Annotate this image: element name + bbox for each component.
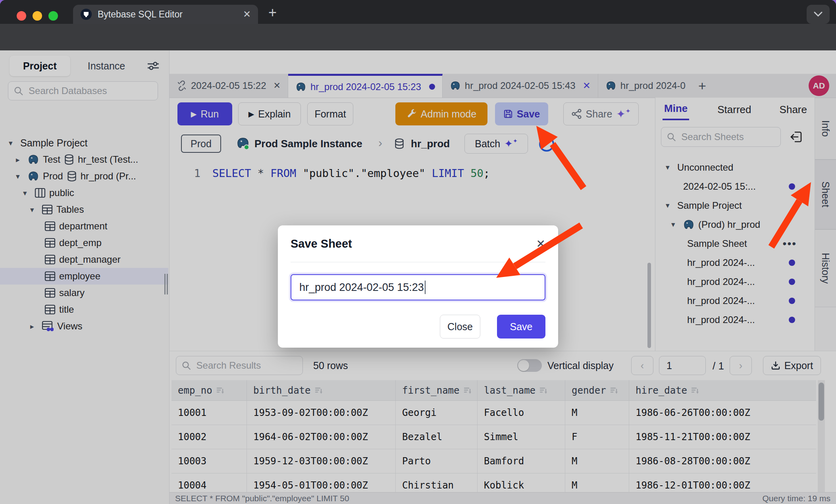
text-caret — [425, 281, 426, 294]
traffic-close-button[interactable] — [17, 11, 26, 21]
dialog-close-button[interactable]: Close — [440, 315, 480, 339]
browser-tab-strip: Bytebase SQL Editor ✕ + — [0, 0, 836, 24]
traffic-minimize-button[interactable] — [33, 11, 42, 21]
dialog-title: Save Sheet — [291, 237, 352, 250]
browser-toolbar: ← → localhost:8080/sql-editor/prod-sampl… — [0, 24, 836, 50]
new-tab-button[interactable]: + — [268, 6, 277, 20]
chevron-down-icon — [814, 12, 823, 17]
tab-search-button[interactable] — [807, 5, 830, 24]
dialog-divider — [291, 262, 545, 262]
tab-close-icon[interactable]: ✕ — [243, 9, 251, 20]
screenshot-root: Bytebase SQL Editor ✕ + ← → localhost:80… — [0, 0, 836, 504]
traffic-zoom-button[interactable] — [48, 11, 58, 21]
browser-tab[interactable]: Bytebase SQL Editor ✕ — [73, 5, 258, 24]
dialog-close-icon[interactable]: ✕ — [536, 237, 545, 250]
sheet-name-value: hr_prod 2024-02-05 15:23 — [299, 281, 424, 294]
browser-window: Bytebase SQL Editor ✕ + ← → localhost:80… — [0, 0, 836, 504]
browser-tab-title: Bytebase SQL Editor — [98, 9, 237, 20]
save-sheet-dialog: Save Sheet ✕ hr_prod 2024-02-05 15:23 Cl… — [278, 225, 558, 348]
bytebase-favicon — [80, 8, 92, 20]
dialog-save-button[interactable]: Save — [497, 315, 545, 339]
sheet-name-input[interactable]: hr_prod 2024-02-05 15:23 — [291, 274, 545, 300]
